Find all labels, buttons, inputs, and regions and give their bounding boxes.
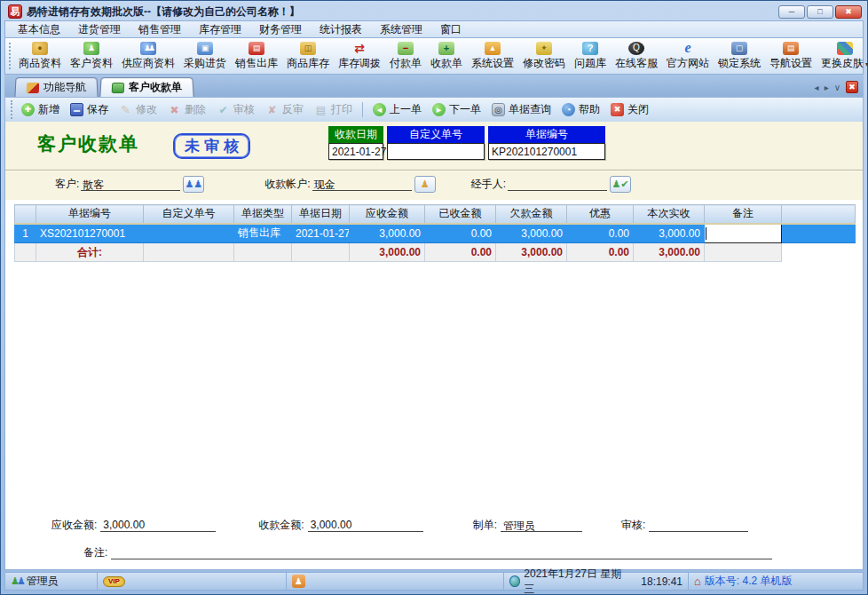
column-header[interactable]: 已收金额 <box>425 205 496 224</box>
unaudit-button[interactable]: 反审 <box>260 99 309 120</box>
edit-button[interactable]: 修改 <box>114 99 162 120</box>
menu-basic-info[interactable]: 基本信息 <box>9 20 69 39</box>
prev-tab-icon[interactable]: ◂ <box>815 83 819 92</box>
audit-button[interactable]: 审核 <box>211 99 260 120</box>
customer-picker-button[interactable]: ♟♟ <box>183 176 204 193</box>
doc-date-cell[interactable]: 2021-01-27 <box>292 224 350 243</box>
toolbar-item-goods[interactable]: 商品资料 <box>14 41 66 72</box>
toolbar-item-label: 官方网站 <box>667 56 709 71</box>
document-toolbar: 新增 保存 修改 删除 审核 反审 打印 上一单 <box>4 97 864 122</box>
toolbar-item-label: 系统设置 <box>471 56 514 71</box>
close-doc-button[interactable]: 关闭 <box>605 99 654 120</box>
column-header[interactable]: 优惠 <box>567 205 634 224</box>
save-button[interactable]: 保存 <box>65 99 114 120</box>
row-number-header <box>15 205 36 224</box>
button-label: 单据查询 <box>509 102 551 117</box>
footer-maker-value: 管理员 <box>501 519 582 532</box>
receivable-cell[interactable]: 3,000.00 <box>350 224 425 243</box>
handler-picker-button[interactable]: ♟✔ <box>610 176 631 193</box>
actual-received-cell[interactable]: 3,000.00 <box>634 224 705 243</box>
toolbar-item-stock[interactable]: 商品库存 <box>282 41 334 72</box>
payment-card-icon <box>398 42 414 55</box>
column-header[interactable]: 自定义单号 <box>144 205 234 224</box>
doc-query-button[interactable]: 单据查询 <box>486 99 556 120</box>
column-header[interactable]: 本次实收 <box>634 205 705 224</box>
button-label: 下一单 <box>449 102 481 117</box>
column-header[interactable]: 欠款金额 <box>496 205 567 224</box>
doc-no-cell[interactable]: XS202101270001 <box>36 224 144 243</box>
column-header[interactable]: 单据编号 <box>36 205 144 224</box>
footer-remark-value[interactable] <box>111 546 772 559</box>
button-label: 上一单 <box>390 102 422 117</box>
toolbar-item-question-bank[interactable]: 问题库 <box>570 41 611 72</box>
title-bar: 易 易特进销存有效期批次版--【请修改为自己的公司名称！】 ─ □ ✖ <box>4 1 864 20</box>
doc-no-input[interactable]: KP202101270001 <box>488 143 605 160</box>
close-button[interactable]: ✖ <box>835 5 862 19</box>
toolbar-item-password[interactable]: 修改密码 <box>518 41 570 72</box>
column-header[interactable]: 备注 <box>705 205 782 224</box>
menu-inventory[interactable]: 库存管理 <box>190 20 250 39</box>
column-header[interactable]: 单据日期 <box>292 205 350 224</box>
toolbar-item-receipt[interactable]: 收款单 <box>426 41 467 72</box>
menu-purchase[interactable]: 进货管理 <box>69 20 130 39</box>
footer-received-value[interactable]: 3,000.00 <box>308 519 423 532</box>
previous-doc-button[interactable]: 上一单 <box>367 99 427 120</box>
menu-sales[interactable]: 销售管理 <box>130 20 190 39</box>
button-label: 删除 <box>185 102 206 117</box>
received-cell[interactable]: 0.00 <box>425 224 496 243</box>
toolbar-item-sales-out[interactable]: 销售出库 <box>231 41 282 72</box>
customer-field[interactable]: 散客 <box>81 178 180 191</box>
toolbar-item-payment[interactable]: 付款单 <box>385 41 426 72</box>
delete-button[interactable]: 删除 <box>162 99 211 120</box>
table-row[interactable]: 1 XS202101270001 销售出库 2021-01-27 3,000.0… <box>15 224 856 243</box>
toolbar-item-nav-settings[interactable]: 导航设置 <box>765 41 817 72</box>
total-label-cell: 合计: <box>36 243 144 262</box>
minimize-button[interactable]: ─ <box>778 5 805 19</box>
toolbar-item-skin[interactable]: 更换皮肤▾ <box>817 41 868 72</box>
handler-field[interactable] <box>508 178 607 191</box>
qq-penguin-icon <box>628 42 644 55</box>
remark-edit-cell[interactable] <box>705 224 782 243</box>
toolbar-item-label: 采购进货 <box>184 56 226 71</box>
receipt-form-panel: 客户收款单 未审核 收款日期 2021-01-27 自定义单号 单据编号 KP2… <box>4 122 864 570</box>
footer-receivable-value[interactable]: 3,000.00 <box>100 519 216 532</box>
toolbar-item-purchase[interactable]: 采购进货 <box>179 41 231 72</box>
doc-type-cell[interactable]: 销售出库 <box>234 224 292 243</box>
toolbar-item-lock[interactable]: 锁定系统 <box>714 41 765 72</box>
discount-cell[interactable]: 0.00 <box>567 224 634 243</box>
column-header[interactable]: 应收金额 <box>350 205 425 224</box>
status-bar: ♟♟ 管理员 VIP ♟ 2021年1月27日 星期三 18:19:41 ⌂ 版… <box>4 572 864 591</box>
tab-function-nav[interactable]: 功能导航 <box>14 77 98 97</box>
tab-customer-receipt[interactable]: 客户收款单 <box>99 77 193 97</box>
print-button[interactable]: 打印 <box>309 99 358 120</box>
docbar-grip <box>11 100 12 120</box>
menu-system[interactable]: 系统管理 <box>371 20 431 39</box>
toolbar-item-suppliers[interactable]: 供应商资料 <box>117 41 179 72</box>
toolbar-item-customers[interactable]: 客户资料 <box>66 41 117 72</box>
custom-no-cell[interactable] <box>144 224 234 243</box>
tab-list-icon[interactable]: ∨ <box>834 83 840 92</box>
status-person-segment: ♟ <box>287 573 504 590</box>
menu-reports[interactable]: 统计报表 <box>311 20 371 39</box>
home-icon: ⌂ <box>694 575 701 587</box>
maximize-button[interactable]: □ <box>807 5 833 19</box>
new-button[interactable]: 新增 <box>16 99 65 120</box>
account-picker-button[interactable]: ♟ <box>414 176 436 193</box>
toolbar-item-transfer[interactable]: 库存调拨 <box>334 41 385 72</box>
receipt-date-input[interactable]: 2021-01-27 <box>328 143 383 160</box>
account-field[interactable]: 现金 <box>312 178 412 191</box>
check-icon <box>217 103 230 116</box>
toolbar-item-settings[interactable]: 系统设置 <box>467 41 518 72</box>
toolbar-item-website[interactable]: 官方网站 <box>662 41 714 72</box>
people-icon: ♟♟ <box>185 179 202 189</box>
next-tab-icon[interactable]: ▸ <box>825 83 829 92</box>
next-doc-button[interactable]: 下一单 <box>427 99 486 120</box>
menu-finance[interactable]: 财务管理 <box>250 20 311 39</box>
custom-doc-no-input[interactable] <box>387 143 485 160</box>
owed-cell[interactable]: 3,000.00 <box>496 224 567 243</box>
toolbar-item-online-service[interactable]: 在线客服 <box>611 41 662 72</box>
close-tab-icon[interactable]: ✖ <box>846 81 858 93</box>
column-header[interactable]: 单据类型 <box>234 205 292 224</box>
menu-window[interactable]: 窗口 <box>431 20 470 39</box>
help-button[interactable]: 帮助 <box>556 99 605 120</box>
